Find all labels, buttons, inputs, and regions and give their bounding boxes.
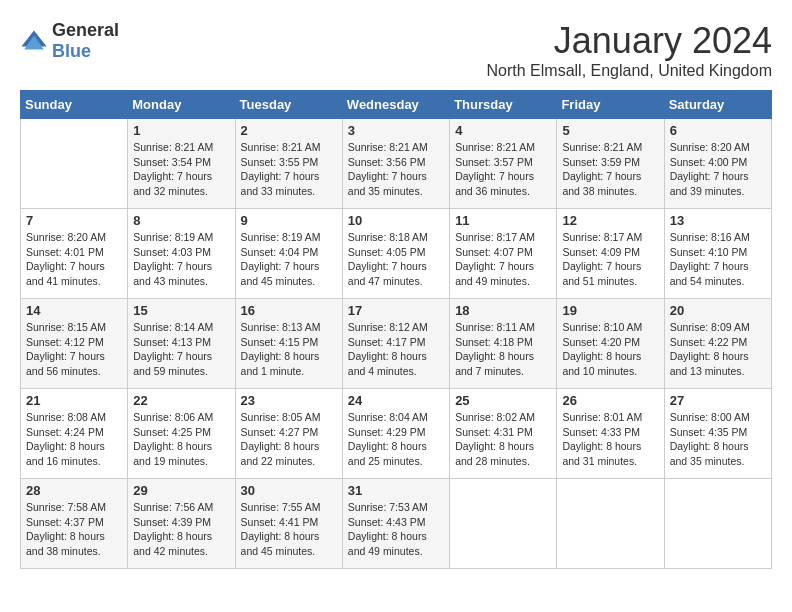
cell-info: Sunrise: 8:10 AMSunset: 4:20 PMDaylight:… [562, 321, 642, 377]
calendar-cell: 19Sunrise: 8:10 AMSunset: 4:20 PMDayligh… [557, 299, 664, 389]
calendar-cell: 27Sunrise: 8:00 AMSunset: 4:35 PMDayligh… [664, 389, 771, 479]
calendar-cell: 17Sunrise: 8:12 AMSunset: 4:17 PMDayligh… [342, 299, 449, 389]
cell-info: Sunrise: 8:06 AMSunset: 4:25 PMDaylight:… [133, 411, 213, 467]
calendar-week-1: 1Sunrise: 8:21 AMSunset: 3:54 PMDaylight… [21, 119, 772, 209]
calendar-week-2: 7Sunrise: 8:20 AMSunset: 4:01 PMDaylight… [21, 209, 772, 299]
calendar-cell: 31Sunrise: 7:53 AMSunset: 4:43 PMDayligh… [342, 479, 449, 569]
day-number: 7 [26, 213, 122, 228]
calendar-cell [664, 479, 771, 569]
cell-info: Sunrise: 8:15 AMSunset: 4:12 PMDaylight:… [26, 321, 106, 377]
col-header-monday: Monday [128, 91, 235, 119]
cell-info: Sunrise: 8:01 AMSunset: 4:33 PMDaylight:… [562, 411, 642, 467]
day-number: 5 [562, 123, 658, 138]
calendar-cell: 13Sunrise: 8:16 AMSunset: 4:10 PMDayligh… [664, 209, 771, 299]
col-header-thursday: Thursday [450, 91, 557, 119]
calendar-cell: 24Sunrise: 8:04 AMSunset: 4:29 PMDayligh… [342, 389, 449, 479]
cell-info: Sunrise: 8:19 AMSunset: 4:04 PMDaylight:… [241, 231, 321, 287]
day-number: 28 [26, 483, 122, 498]
calendar-cell: 2Sunrise: 8:21 AMSunset: 3:55 PMDaylight… [235, 119, 342, 209]
day-number: 27 [670, 393, 766, 408]
calendar-cell: 29Sunrise: 7:56 AMSunset: 4:39 PMDayligh… [128, 479, 235, 569]
calendar-cell: 14Sunrise: 8:15 AMSunset: 4:12 PMDayligh… [21, 299, 128, 389]
day-number: 12 [562, 213, 658, 228]
calendar-cell [21, 119, 128, 209]
day-number: 1 [133, 123, 229, 138]
cell-info: Sunrise: 8:14 AMSunset: 4:13 PMDaylight:… [133, 321, 213, 377]
calendar-cell: 11Sunrise: 8:17 AMSunset: 4:07 PMDayligh… [450, 209, 557, 299]
cell-info: Sunrise: 8:08 AMSunset: 4:24 PMDaylight:… [26, 411, 106, 467]
calendar-week-4: 21Sunrise: 8:08 AMSunset: 4:24 PMDayligh… [21, 389, 772, 479]
cell-info: Sunrise: 8:02 AMSunset: 4:31 PMDaylight:… [455, 411, 535, 467]
day-number: 23 [241, 393, 337, 408]
day-number: 8 [133, 213, 229, 228]
day-number: 9 [241, 213, 337, 228]
calendar-cell: 23Sunrise: 8:05 AMSunset: 4:27 PMDayligh… [235, 389, 342, 479]
calendar-cell: 10Sunrise: 8:18 AMSunset: 4:05 PMDayligh… [342, 209, 449, 299]
location-title: North Elmsall, England, United Kingdom [487, 62, 772, 80]
calendar-week-3: 14Sunrise: 8:15 AMSunset: 4:12 PMDayligh… [21, 299, 772, 389]
calendar-cell: 26Sunrise: 8:01 AMSunset: 4:33 PMDayligh… [557, 389, 664, 479]
col-header-wednesday: Wednesday [342, 91, 449, 119]
calendar-cell: 28Sunrise: 7:58 AMSunset: 4:37 PMDayligh… [21, 479, 128, 569]
cell-info: Sunrise: 7:56 AMSunset: 4:39 PMDaylight:… [133, 501, 213, 557]
cell-info: Sunrise: 7:53 AMSunset: 4:43 PMDaylight:… [348, 501, 428, 557]
cell-info: Sunrise: 8:00 AMSunset: 4:35 PMDaylight:… [670, 411, 750, 467]
cell-info: Sunrise: 8:11 AMSunset: 4:18 PMDaylight:… [455, 321, 535, 377]
calendar-cell: 18Sunrise: 8:11 AMSunset: 4:18 PMDayligh… [450, 299, 557, 389]
calendar-cell: 15Sunrise: 8:14 AMSunset: 4:13 PMDayligh… [128, 299, 235, 389]
day-number: 16 [241, 303, 337, 318]
calendar-cell: 8Sunrise: 8:19 AMSunset: 4:03 PMDaylight… [128, 209, 235, 299]
cell-info: Sunrise: 8:19 AMSunset: 4:03 PMDaylight:… [133, 231, 213, 287]
cell-info: Sunrise: 8:13 AMSunset: 4:15 PMDaylight:… [241, 321, 321, 377]
calendar-cell: 16Sunrise: 8:13 AMSunset: 4:15 PMDayligh… [235, 299, 342, 389]
cell-info: Sunrise: 8:21 AMSunset: 3:57 PMDaylight:… [455, 141, 535, 197]
header-row: SundayMondayTuesdayWednesdayThursdayFrid… [21, 91, 772, 119]
cell-info: Sunrise: 8:20 AMSunset: 4:00 PMDaylight:… [670, 141, 750, 197]
day-number: 26 [562, 393, 658, 408]
day-number: 18 [455, 303, 551, 318]
logo-text: General Blue [52, 20, 119, 62]
day-number: 3 [348, 123, 444, 138]
day-number: 24 [348, 393, 444, 408]
cell-info: Sunrise: 8:21 AMSunset: 3:55 PMDaylight:… [241, 141, 321, 197]
calendar-cell: 3Sunrise: 8:21 AMSunset: 3:56 PMDaylight… [342, 119, 449, 209]
day-number: 11 [455, 213, 551, 228]
day-number: 22 [133, 393, 229, 408]
day-number: 10 [348, 213, 444, 228]
calendar-week-5: 28Sunrise: 7:58 AMSunset: 4:37 PMDayligh… [21, 479, 772, 569]
day-number: 2 [241, 123, 337, 138]
cell-info: Sunrise: 8:21 AMSunset: 3:56 PMDaylight:… [348, 141, 428, 197]
day-number: 14 [26, 303, 122, 318]
day-number: 21 [26, 393, 122, 408]
cell-info: Sunrise: 7:58 AMSunset: 4:37 PMDaylight:… [26, 501, 106, 557]
logo-blue: Blue [52, 41, 91, 61]
logo-icon [20, 27, 48, 55]
day-number: 25 [455, 393, 551, 408]
calendar-cell [450, 479, 557, 569]
day-number: 15 [133, 303, 229, 318]
calendar-cell: 4Sunrise: 8:21 AMSunset: 3:57 PMDaylight… [450, 119, 557, 209]
cell-info: Sunrise: 8:17 AMSunset: 4:09 PMDaylight:… [562, 231, 642, 287]
day-number: 19 [562, 303, 658, 318]
calendar-cell: 21Sunrise: 8:08 AMSunset: 4:24 PMDayligh… [21, 389, 128, 479]
title-block: January 2024 North Elmsall, England, Uni… [487, 20, 772, 80]
cell-info: Sunrise: 8:16 AMSunset: 4:10 PMDaylight:… [670, 231, 750, 287]
col-header-tuesday: Tuesday [235, 91, 342, 119]
cell-info: Sunrise: 8:17 AMSunset: 4:07 PMDaylight:… [455, 231, 535, 287]
calendar-cell: 7Sunrise: 8:20 AMSunset: 4:01 PMDaylight… [21, 209, 128, 299]
calendar-cell: 22Sunrise: 8:06 AMSunset: 4:25 PMDayligh… [128, 389, 235, 479]
day-number: 17 [348, 303, 444, 318]
day-number: 13 [670, 213, 766, 228]
logo: General Blue [20, 20, 119, 62]
cell-info: Sunrise: 8:12 AMSunset: 4:17 PMDaylight:… [348, 321, 428, 377]
calendar-cell [557, 479, 664, 569]
logo-general: General [52, 20, 119, 40]
cell-info: Sunrise: 7:55 AMSunset: 4:41 PMDaylight:… [241, 501, 321, 557]
calendar-cell: 1Sunrise: 8:21 AMSunset: 3:54 PMDaylight… [128, 119, 235, 209]
cell-info: Sunrise: 8:18 AMSunset: 4:05 PMDaylight:… [348, 231, 428, 287]
cell-info: Sunrise: 8:05 AMSunset: 4:27 PMDaylight:… [241, 411, 321, 467]
cell-info: Sunrise: 8:04 AMSunset: 4:29 PMDaylight:… [348, 411, 428, 467]
col-header-sunday: Sunday [21, 91, 128, 119]
day-number: 31 [348, 483, 444, 498]
calendar-cell: 12Sunrise: 8:17 AMSunset: 4:09 PMDayligh… [557, 209, 664, 299]
